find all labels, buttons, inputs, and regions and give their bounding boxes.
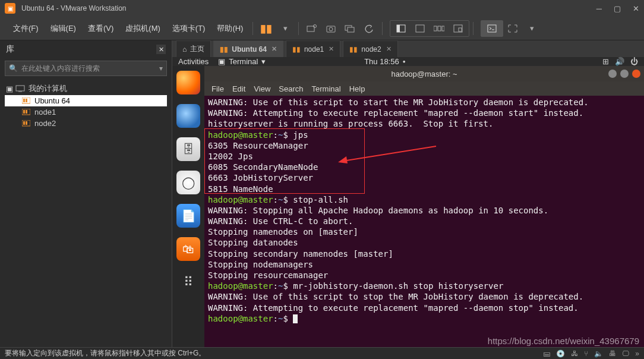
tab-close-icon[interactable]: ✕ [329,45,334,53]
device-printer-icon[interactable]: 🖶 [609,349,616,358]
dock-thunderbird-icon[interactable] [176,104,200,128]
tool-snapshot-icon[interactable] [323,21,339,36]
view-thumbnail-icon[interactable] [431,21,447,36]
network-icon: ⊞ [602,57,609,66]
menu-help[interactable]: 帮助(H) [211,21,249,36]
tree-vm-node1[interactable]: node1 [5,106,167,118]
svg-line-26 [343,146,436,161]
svg-rect-19 [26,99,27,102]
statusbar: 要将输入定向到该虚拟机，请将鼠标指针移入其中或按 Ctrl+G。 🖴 💿 🖧 ⑂… [0,347,644,359]
device-cd-icon[interactable]: 💿 [556,349,565,358]
tool-send-ctrl-alt-del-icon[interactable] [304,21,320,36]
clock-label: Thu 18:56 [364,57,399,66]
terminal-title: hadoop@master: ~ [391,70,457,78]
menu-tabs[interactable]: 选项卡(T) [166,21,211,36]
tree-vm-ubuntu64[interactable]: Ubuntu 64 [5,95,167,106]
tree-vm-node2[interactable]: node2 [5,118,167,129]
device-nic-icon[interactable]: 🖧 [571,349,578,358]
gnome-active-app[interactable]: ▣ Terminal ▾ [218,57,266,66]
terminal-output[interactable]: WARNING: Use of this script to start the… [204,96,644,358]
term-menu-help[interactable]: Help [349,84,365,93]
device-sound-icon[interactable]: 🔈 [594,349,603,358]
term-menu-edit[interactable]: Edit [232,84,245,93]
vmware-logo-icon: ▣ [5,3,15,14]
tab-node1[interactable]: ▮▮ node1 ✕ [286,40,340,57]
dock-firefox-icon[interactable] [176,71,200,95]
tab-label: node2 [361,45,381,53]
svg-marker-27 [338,156,348,163]
gnome-clock[interactable]: Thu 18:56 ● [364,57,405,66]
device-hdd-icon[interactable]: 🖴 [543,349,550,358]
tab-node2[interactable]: ▮▮ node2 ✕ [343,40,397,57]
vm-tab-icon: ▮▮ [292,45,301,53]
dock-rhythmbox-icon[interactable]: ◯ [176,171,200,194]
pause-vm-icon[interactable]: ▮▮ [258,21,274,36]
dock-files-icon[interactable]: 🗄 [176,137,200,161]
term-menu-file[interactable]: File [211,84,224,93]
view-fullscreen-split-icon[interactable] [412,21,428,36]
tab-ubuntu64[interactable]: ▮▮ Ubuntu 64 ✕ [213,40,283,57]
tab-home[interactable]: ⌂ 主页 [176,40,211,57]
vm-dropdown-icon[interactable]: ▾ [277,21,293,36]
view-unity-icon[interactable] [450,21,466,36]
tool-revert-icon[interactable] [361,21,377,36]
term-menu-terminal[interactable]: Terminal [312,84,341,93]
svg-point-3 [329,27,333,31]
svg-rect-5 [348,27,354,32]
menu-vm[interactable]: 虚拟机(M) [119,21,166,36]
statusbar-devices: 🖴 💿 🖧 ⑂ 🔈 🖶 🖵 » [543,349,639,358]
vm-tabs: ⌂ 主页 ▮▮ Ubuntu 64 ✕ ▮▮ node1 ✕ ▮▮ node2 … [172,40,644,57]
dock-libreoffice-icon[interactable]: 📄 [176,204,200,228]
gnome-tray[interactable]: ⊞ 🔊 ⏻ [602,57,638,66]
tab-close-icon[interactable]: ✕ [272,45,277,53]
notification-dot-icon: ● [403,59,406,64]
library-close-icon[interactable]: ✕ [156,45,166,54]
vm-tab-icon: ▮▮ [220,45,228,53]
device-usb-icon[interactable]: ⑂ [584,349,588,358]
tool-snapshot-manager-icon[interactable] [342,21,358,36]
svg-rect-7 [397,25,400,32]
menu-view[interactable]: 查看(V) [82,21,119,36]
tab-label: node1 [304,45,324,53]
terminal-window[interactable]: hadoop@master: ~ File Edit View Search T… [204,66,644,358]
minimize-button[interactable]: ─ [596,4,602,13]
svg-rect-13 [459,28,462,32]
statusbar-chevron-icon[interactable]: » [635,349,639,358]
tree-root[interactable]: ▣ 我的计算机 [5,82,167,95]
gnome-app-label: Terminal [229,57,258,66]
term-menu-view[interactable]: View [254,84,270,93]
term-menu-search[interactable]: Search [279,84,303,93]
device-display-icon[interactable]: 🖵 [622,349,629,358]
search-dropdown-icon[interactable]: ▾ [159,64,163,73]
toolbar-dropdown-icon[interactable]: ▾ [523,21,540,36]
library-search-input[interactable]: 🔍 在此处键入内容进行搜索 ▾ [5,61,167,76]
view-console-icon[interactable] [393,21,409,36]
tree-root-label: 我的计算机 [29,83,67,94]
menu-edit[interactable]: 编辑(E) [45,21,82,36]
dock-software-icon[interactable]: 🛍 [176,237,200,261]
svg-rect-11 [442,26,444,31]
close-button[interactable]: ✕ [633,4,639,13]
library-title: 库 [6,44,14,55]
home-icon: ⌂ [182,45,187,53]
terminal-minimize-icon[interactable] [608,70,617,78]
terminal-maximize-icon[interactable] [620,70,629,78]
chevron-down-icon: ▾ [261,57,266,66]
fullscreen-icon[interactable] [504,21,521,36]
dock-show-apps-icon[interactable]: ⠿ [176,270,200,294]
terminal-close-icon[interactable] [632,70,640,78]
console-terminal-icon[interactable] [484,21,500,36]
svg-rect-14 [488,25,496,32]
content-area: ⌂ 主页 ▮▮ Ubuntu 64 ✕ ▮▮ node1 ✕ ▮▮ node2 … [172,40,644,347]
menu-file[interactable]: 文件(F) [7,21,45,36]
tab-label: Ubuntu 64 [232,45,267,53]
gnome-top-bar: Activities ▣ Terminal ▾ Thu 18:56 ● ⊞ 🔊 … [172,57,644,66]
gnome-activities[interactable]: Activities [178,57,209,66]
window-title: Ubuntu 64 - VMware Workstation [21,4,596,12]
tree-vm-label: node1 [34,108,56,116]
tab-close-icon[interactable]: ✕ [386,45,392,53]
vm-running-icon [21,119,31,128]
maximize-button[interactable]: ▢ [614,4,621,13]
vm-tab-icon: ▮▮ [349,45,358,53]
search-icon: 🔍 [9,64,18,73]
